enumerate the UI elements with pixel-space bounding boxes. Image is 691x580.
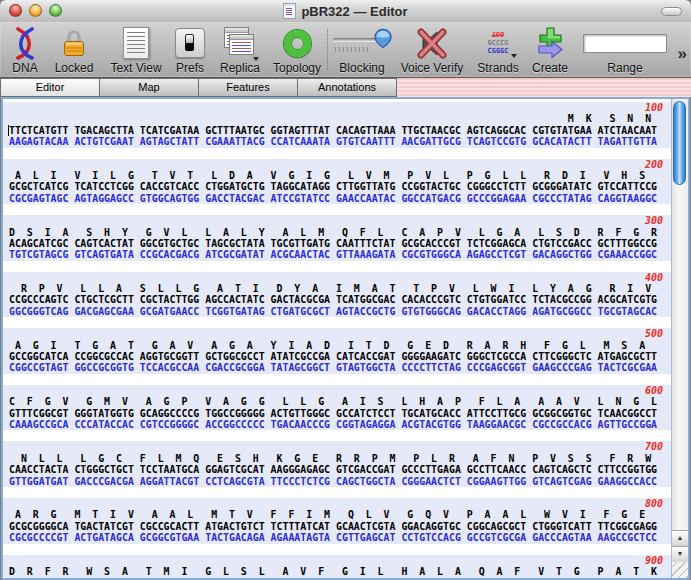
- translation-row: A R G M T I V A A L M T V F F I M Q L V …: [9, 509, 671, 520]
- bottom-strand-row[interactable]: TGTCGTAGCG GTCAGTGATA CCGCACGACG ATCGCGA…: [9, 249, 671, 260]
- position-number: 900: [9, 555, 671, 566]
- sequence-block: 300 D S I A S H Y G V L L A L Y A L M Q …: [3, 215, 671, 261]
- sequence-block: 700 N L L L G C F L M Q E S H K G E R R …: [3, 441, 671, 487]
- toolbar-item-label: Create: [526, 61, 574, 75]
- tab-map[interactable]: Map: [99, 78, 199, 97]
- padlock-icon: [48, 25, 100, 61]
- translation-row: R P V L L A S L L G A T I D Y A I M A T …: [9, 283, 671, 294]
- vertical-scrollbar[interactable]: ▲ ▼: [671, 99, 688, 578]
- locked-button[interactable]: Locked: [48, 25, 100, 75]
- tab-features[interactable]: Features: [198, 78, 298, 97]
- strands-text-icon: 100 GCCCG CGGGC: [470, 25, 526, 61]
- range-field-group: Range: [580, 25, 670, 75]
- dropdown-arrow-icon: [511, 54, 517, 58]
- position-number: 700: [9, 441, 671, 452]
- bottom-strand-row[interactable]: GTTGGATGAT GACCCGACGA AGGATTACGT CCTCAGC…: [9, 476, 671, 487]
- tab-annotations[interactable]: Annotations: [297, 78, 397, 97]
- circular-topology-icon: [268, 25, 326, 61]
- toolbar-overflow-chevron[interactable]: »: [678, 44, 687, 64]
- scroll-up-button[interactable]: ▲: [672, 530, 688, 546]
- toolbar-item-label: Text View: [104, 61, 168, 75]
- strands-icon-number: 100: [487, 31, 508, 39]
- bottom-strand-row[interactable]: CGCGCCCCGT ACTGATAGCA GCGGCGTGAA TACTGAC…: [9, 532, 671, 543]
- toolbar-item-label: Voice Verify: [396, 61, 468, 75]
- bottom-strand-row[interactable]: CAAAGCCGCA CCCATACCAC CGTCCGGGGC ACCGGCC…: [9, 419, 671, 430]
- top-strand-row[interactable]: GCGCTCATCG TCATCCTCGG CACCGTCACC CTGGATG…: [9, 181, 671, 192]
- create-button[interactable]: Create: [526, 25, 574, 75]
- window-stack-icon: [212, 25, 268, 61]
- dna-button[interactable]: DNA: [4, 25, 46, 75]
- text-caret: [8, 125, 9, 136]
- translation-row: A G I T G A T G A V A G A Y I A D I T D …: [9, 340, 671, 351]
- tab-bar: Editor Map Features Annotations: [0, 77, 691, 97]
- toolbar-toggle-button[interactable]: [661, 7, 682, 16]
- topology-button[interactable]: Topology: [268, 25, 326, 75]
- tab-editor[interactable]: Editor: [0, 78, 100, 97]
- app-window: pBR322 — Editor DNA: [0, 0, 691, 580]
- position-number: 600: [9, 385, 671, 396]
- bottom-strand-row[interactable]: AAGAGTACAA ACTGTCGAAT AGTAGCTATT CGAAATT…: [9, 136, 671, 147]
- sequence-block: 600 C F G V G M V A G P V A G G L L G A …: [3, 385, 671, 431]
- toolbar-item-label: Prefs: [170, 61, 210, 75]
- bottom-strand-row[interactable]: CGGCCGTAGT GGCCGCGGTG TCCACGCCAA CGACCGC…: [9, 362, 671, 373]
- dna-helix-icon: [4, 25, 46, 61]
- position-number: 800: [9, 498, 671, 509]
- bottom-strand-row[interactable]: CGCGAGTAGC AGTAGGAGCC GTGGCAGTGG GACCTAC…: [9, 193, 671, 204]
- dropdown-arrow-icon: [253, 57, 259, 61]
- document-icon: [283, 3, 296, 19]
- translation-row: M K S N N: [9, 113, 671, 124]
- text-view-button[interactable]: Text View: [104, 25, 168, 75]
- position-number: 400: [9, 272, 671, 283]
- toolbar-item-label: Strands: [470, 61, 526, 75]
- translation-row: D R F R W S A T M I G L S L A V F G I L …: [9, 566, 671, 577]
- bottom-strand-row[interactable]: GGCGGGTCAG GACGAGCGAA GCGATGAACC TCGGTGA…: [9, 306, 671, 317]
- toolbar-separator: [327, 29, 328, 70]
- strands-button[interactable]: 100 GCCCG CGGGC Strands: [470, 25, 526, 75]
- translation-row: A L I V I L G T V T L D A V G I G L V M …: [9, 170, 671, 181]
- toolbar-item-label: Topology: [268, 61, 326, 75]
- top-strand-row[interactable]: ACCGCTTTCG CTGGAGCGCG ACGATGATCG GCCTGTC…: [9, 577, 671, 578]
- top-strand-row[interactable]: ACAGCATCGC CAGTCACTAT GGCGTGCTGC TAGCGCT…: [9, 238, 671, 249]
- muted-speaker-x-icon: [396, 25, 468, 61]
- top-strand-row[interactable]: GCGCGGGGCA TGACTATCGT CGCCGCACTT ATGACTG…: [9, 521, 671, 532]
- toolbar: DNA Locked Text View Prefs: [0, 22, 691, 78]
- sequence-editor: 100 M K S N N TTCTCATGTT TGACAGCTTA TCAT…: [1, 97, 690, 580]
- sequence-block: 400 R P V L L A S L L G A T I D Y A I M …: [3, 272, 671, 318]
- replica-button[interactable]: Replica: [212, 25, 268, 75]
- top-strand-row[interactable]: TTCTCATGTT TGACAGCTTA TCATCGATAA GCTTTAA…: [9, 125, 671, 136]
- position-number: 100: [9, 102, 671, 113]
- top-strand-row[interactable]: GTTTCGGCGT GGGTATGGTG GCAGGCCCCG TGGCCGG…: [9, 408, 671, 419]
- scroll-down-button[interactable]: ▼: [672, 546, 688, 562]
- title-bar[interactable]: pBR322 — Editor: [0, 0, 691, 23]
- sequence-block: 500 A G I T G A T G A V A G A Y I A D I …: [3, 328, 671, 374]
- sequence-block: 900 D R F R W S A T M I G L S L A V F G …: [3, 555, 671, 579]
- window-title-wrap: pBR322 — Editor: [0, 3, 691, 19]
- toolbar-item-label: Range: [580, 61, 670, 75]
- strands-icon-top-seq: GCCCG: [487, 39, 508, 47]
- toolbar-item-label: DNA: [4, 61, 46, 75]
- position-number: 500: [9, 328, 671, 339]
- toolbar-item-label: Replica: [212, 61, 268, 75]
- position-number: 200: [9, 159, 671, 170]
- voice-verify-button[interactable]: Voice Verify: [396, 25, 468, 75]
- window-title: pBR322 — Editor: [301, 4, 407, 19]
- strands-icon-bottom-seq: CGGGC: [487, 47, 508, 55]
- blocking-button[interactable]: Blocking: [332, 25, 392, 75]
- scrollbar-thumb[interactable]: [673, 101, 686, 185]
- range-input[interactable]: [583, 34, 667, 53]
- switch-plate-icon: [170, 25, 210, 61]
- translation-row: C F G V G M V A G P V A G G L L G A I S …: [9, 396, 671, 407]
- text-document-icon: [104, 25, 168, 61]
- toolbar-item-label: Blocking: [332, 61, 392, 75]
- resize-grip[interactable]: [672, 562, 688, 578]
- top-strand-row[interactable]: CCGCCCAGTC CTGCTCGCTT CGCTACTTGG AGCCACT…: [9, 294, 671, 305]
- translation-row: D S I A S H Y G V L L A L Y A L M Q F L …: [9, 227, 671, 238]
- prefs-button[interactable]: Prefs: [170, 25, 210, 75]
- top-strand-row[interactable]: GCCGGCATCA CCGGCGCCAC AGGTGCGGTT GCTGGCG…: [9, 351, 671, 362]
- sequence-pane[interactable]: 100 M K S N N TTCTCATGTT TGACAGCTTA TCAT…: [3, 99, 671, 578]
- position-number: 300: [9, 215, 671, 226]
- blocking-slider-icon: [332, 25, 392, 61]
- sequence-block: 100 M K S N N TTCTCATGTT TGACAGCTTA TCAT…: [3, 102, 671, 148]
- top-strand-row[interactable]: CAACCTACTA CTGGGCTGCT TCCTAATGCA GGAGTCG…: [9, 464, 671, 475]
- sequence-block: 800 A R G M T I V A A L M T V F F I M Q …: [3, 498, 671, 544]
